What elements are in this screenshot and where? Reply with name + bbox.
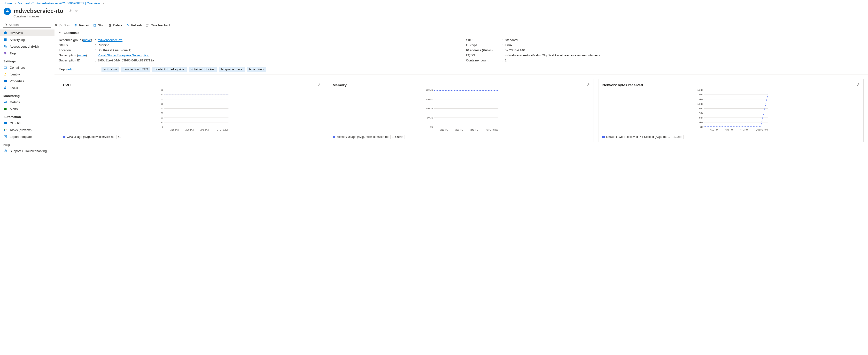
svg-text:10kB: 10kB xyxy=(698,103,703,105)
tag[interactable]: language : java xyxy=(219,67,245,72)
move-link[interactable]: move xyxy=(78,54,86,57)
refresh-button[interactable]: Refresh xyxy=(126,24,142,27)
chart-card: Memory 0B50MB100MB150MB200MB7:15 PM7:30 … xyxy=(329,79,594,142)
properties-icon xyxy=(3,79,7,83)
sidebar-group-settings: Settings xyxy=(0,57,55,64)
sidebar-item-metrics[interactable]: Metrics xyxy=(0,99,55,105)
pin-icon[interactable] xyxy=(68,9,72,13)
search-icon: 🔍︎ xyxy=(5,23,8,27)
subid-value: 3f60d81e-954d-453f-85f6-f8cc8193712a xyxy=(98,59,457,62)
svg-rect-9 xyxy=(6,80,7,82)
svg-rect-7 xyxy=(4,80,5,82)
svg-rect-8 xyxy=(5,80,6,82)
sidebar-item-activity-log[interactable]: Activity log xyxy=(0,36,55,43)
sidebar-item-label: Activity log xyxy=(10,38,25,42)
sidebar-item-label: Locks xyxy=(10,86,18,90)
svg-text:20: 20 xyxy=(161,116,163,119)
stop-button[interactable]: Stop xyxy=(93,24,104,27)
alerts-icon xyxy=(3,107,7,111)
sidebar-group-help: Help xyxy=(0,140,55,147)
cmd-label: Give feedback xyxy=(151,24,171,27)
chart-title: Memory xyxy=(333,83,347,87)
ess-label: IP address (Public) xyxy=(466,48,502,52)
svg-text:2kB: 2kB xyxy=(699,121,703,123)
sidebar-item-containers[interactable]: Containers xyxy=(0,64,55,71)
page-header: mdwebservice-rto Container instances ☆ ⋯ xyxy=(0,6,868,22)
svg-text:200MB: 200MB xyxy=(426,89,433,91)
sidebar-item-label: CLI / PS xyxy=(10,121,21,125)
svg-point-6 xyxy=(5,73,6,74)
export-template-icon xyxy=(3,135,7,139)
sidebar-item-tags[interactable]: Tags xyxy=(0,50,55,57)
svg-text:30: 30 xyxy=(161,112,163,114)
chart-plot: 010203040506070807:15 PM7:30 PM7:45 PMUT… xyxy=(63,89,320,133)
essentials-toggle[interactable]: Essentials xyxy=(55,29,868,37)
svg-text:7:30 PM: 7:30 PM xyxy=(185,129,194,131)
feedback-button[interactable]: Give feedback xyxy=(146,24,171,27)
breadcrumb-home[interactable]: Home xyxy=(3,1,12,5)
pin-icon[interactable] xyxy=(586,83,590,87)
chart-title: Network bytes received xyxy=(602,83,643,87)
legend-swatch xyxy=(63,136,65,138)
sidebar-item-support[interactable]: ?Support + Troubleshooting xyxy=(0,147,55,154)
overview-icon xyxy=(3,31,7,35)
pin-icon[interactable] xyxy=(317,83,320,87)
svg-rect-22 xyxy=(94,25,96,26)
cmd-label: Stop xyxy=(98,24,104,27)
svg-text:100MB: 100MB xyxy=(426,107,433,110)
sidebar-item-properties[interactable]: Properties xyxy=(0,78,55,84)
ess-label: Container count xyxy=(466,59,502,62)
sidebar-item-label: Tags xyxy=(10,51,16,55)
delete-button[interactable]: Delete xyxy=(108,24,122,27)
sidebar-item-cli[interactable]: CLI / PS xyxy=(0,120,55,127)
tag[interactable]: type : web xyxy=(247,67,266,72)
access-control-icon xyxy=(3,44,7,48)
sidebar-item-identity[interactable]: Identity xyxy=(0,71,55,78)
resource-icon xyxy=(3,7,11,15)
sidebar-group-monitoring: Monitoring xyxy=(0,91,55,99)
chevron-up-icon xyxy=(59,31,62,35)
sidebar-item-export-template[interactable]: Export template xyxy=(0,133,55,140)
resource-group-link[interactable]: mdwebservice-rto xyxy=(98,38,123,42)
essentials-right: SKU:Standard OS type:Linux IP address (P… xyxy=(466,37,864,63)
legend-swatch xyxy=(602,136,605,138)
sidebar-item-overview[interactable]: Overview xyxy=(0,30,55,36)
cli-icon xyxy=(3,121,7,125)
pin-icon[interactable] xyxy=(856,83,860,87)
tag[interactable]: api : ema xyxy=(101,67,119,72)
identity-icon xyxy=(3,72,7,76)
tag[interactable]: content : marketprice xyxy=(152,67,186,72)
tags-icon xyxy=(3,51,7,55)
breadcrumb-group[interactable]: Microsoft.ContainerInstances-20240606200… xyxy=(18,1,100,5)
search-input[interactable] xyxy=(9,23,50,27)
more-icon[interactable]: ⋯ xyxy=(81,9,84,13)
subscription-link[interactable]: Visual Studio Enterprise Subscription xyxy=(98,54,149,57)
ess-label: SKU xyxy=(466,38,502,42)
svg-text:8kB: 8kB xyxy=(699,107,703,110)
search-box[interactable]: 🔍︎ xyxy=(3,22,51,28)
delete-icon xyxy=(108,24,112,27)
stop-icon xyxy=(93,24,96,27)
page-subtitle: Container instances xyxy=(13,15,63,18)
sidebar-item-label: Access control (IAM) xyxy=(10,45,39,48)
tag[interactable]: cotainer : docker xyxy=(189,67,217,72)
containers-icon xyxy=(3,66,7,69)
fqdn-value: mdwebservice-rto.e6cxbzd2fgd2cxbt.southe… xyxy=(505,54,864,57)
tag[interactable]: connection : RTO xyxy=(121,67,150,72)
favorite-icon[interactable]: ☆ xyxy=(75,9,78,13)
sidebar-item-access-control[interactable]: Access control (IAM) xyxy=(0,43,55,50)
svg-point-23 xyxy=(147,25,148,25)
svg-text:40: 40 xyxy=(161,107,163,110)
sidebar-item-alerts[interactable]: Alerts xyxy=(0,105,55,112)
sidebar-item-tasks[interactable]: Tasks (preview) xyxy=(0,127,55,133)
restart-button[interactable]: Restart xyxy=(74,24,89,27)
svg-text:7:45 PM: 7:45 PM xyxy=(200,129,209,131)
move-link[interactable]: move xyxy=(83,38,91,42)
os-value: Linux xyxy=(505,43,864,47)
sidebar-item-locks[interactable]: Locks xyxy=(0,84,55,91)
edit-tags-link[interactable]: edit xyxy=(67,68,72,71)
title-block: mdwebservice-rto Container instances xyxy=(13,7,63,18)
svg-text:7:30 PM: 7:30 PM xyxy=(455,129,464,131)
sidebar: 🔍︎ ≪ Overview Activity log Access contro… xyxy=(0,22,55,159)
chart-plot: 0B50MB100MB150MB200MB7:15 PM7:30 PM7:45 … xyxy=(333,89,590,133)
